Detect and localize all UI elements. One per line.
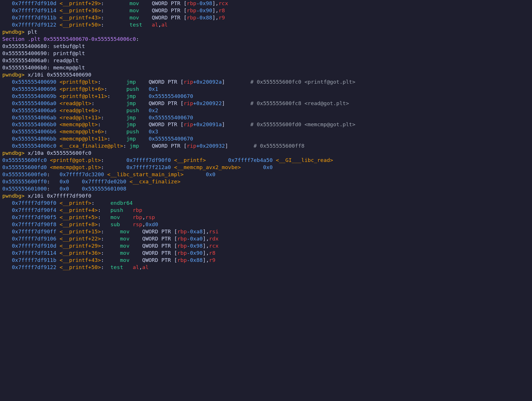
symbol: <__printf+29>: [60, 243, 101, 249]
terminal-line: pwndbg> x/10a 0x555555600fc0: [2, 150, 530, 157]
symbol: <__printf+50>: [60, 264, 101, 270]
symbol: <__GI___libc_read>: [276, 157, 333, 163]
mnemonic: test: [111, 264, 133, 270]
register: rsp: [145, 214, 155, 220]
symbol: <__printf+5>: [60, 214, 98, 220]
mnemonic: mov: [130, 0, 152, 6]
value: 0x7ffff7dc3200: [60, 171, 104, 177]
symbol: <__printf+8>: [60, 221, 98, 227]
address: 0x7ffff7df90f8: [12, 221, 56, 227]
terminal-line: 0x5555554006a6 <read@plt+6>: push 0x2: [2, 107, 530, 114]
register: r8: [218, 7, 225, 13]
register: rbp: [187, 15, 196, 21]
terminal-line: 0x555555600fd0 <memcmp@got.plt>: 0x7ffff…: [2, 164, 530, 171]
symbol: <__printf>: [174, 157, 206, 163]
address: 0x7ffff7df90f5: [12, 214, 56, 220]
symbol: <read@plt>: [60, 100, 91, 106]
offset: -0x88: [187, 257, 203, 263]
terminal-line: 0x55555540069b <printf@plt+11>: jmp 0x55…: [2, 93, 530, 100]
terminal-line: pwndbg> x/10i 0x555555400690: [2, 71, 530, 79]
offset: +0x200932: [196, 143, 225, 149]
address: 0x555555600fc0: [2, 157, 47, 163]
terminal-line: 0x555555400690 <printf@plt>: jmp QWORD P…: [2, 79, 530, 86]
address: 0x7ffff7df90f0: [12, 200, 56, 206]
address: 0x5555554006a6: [12, 107, 56, 113]
terminal-line: 0x5555554006b0 <memcmp@plt>: jmp QWORD P…: [2, 121, 530, 128]
terminal-line: 0x7ffff7df911b <__printf+43>: mov QWORD …: [2, 14, 530, 21]
prompt: pwndbg>: [2, 29, 28, 35]
mnemonic: mov: [130, 7, 152, 13]
terminal-line: 0x7ffff7df90f5 <__printf+5>: mov rbp,rsp: [2, 214, 530, 221]
symbol: <__libc_start_main_impl>: [107, 171, 184, 177]
terminal-line: 0x5555554006bb <memcmp@plt+11>: jmp 0x55…: [2, 135, 530, 143]
mnemonic: mov: [120, 257, 142, 263]
register: rcx: [209, 243, 218, 249]
terminal-line: 0x7ffff7df9114 <__printf+36>: mov QWORD …: [2, 7, 530, 14]
immediate: 0x1: [148, 86, 158, 92]
symbol: <printf@got.plt>: [50, 157, 101, 163]
mnemonic: test: [130, 22, 152, 28]
register: rbp: [177, 257, 187, 263]
mnemonic: push: [111, 207, 133, 213]
symbol: <__memcmp_avx2_movbe>: [174, 164, 241, 170]
terminal-output[interactable]: 0x7ffff7df910d <__printf+29>: mov QWORD …: [0, 0, 532, 273]
address: 0x7ffff7df9106: [12, 236, 56, 242]
offset: -0x98: [196, 0, 212, 6]
address: 0x7ffff7df90ff: [12, 228, 56, 234]
terminal-line: 0x5555554006a0 <read@plt>: jmp QWORD PTR…: [2, 100, 530, 107]
register: rsp: [133, 221, 142, 227]
address: 0x5555554006bb: [12, 136, 56, 142]
symbol: <__printf+22>: [60, 236, 101, 242]
symbol: <memcmp@got.plt>: [50, 164, 101, 170]
register: al: [133, 264, 139, 270]
terminal-line: pwndbg> plt: [2, 29, 530, 36]
address: 0x7ffff7df910d: [12, 0, 56, 6]
address: 0x7ffff7df910d: [12, 243, 56, 249]
comment: # 0x555555600fc0 <printf@got.plt>: [250, 79, 356, 85]
value: 0x7ffff7f212a0: [126, 164, 171, 170]
symbol: <__printf+43>: [60, 15, 101, 21]
register: r8: [209, 250, 215, 256]
comment: # 0x555555600ff8: [254, 143, 304, 149]
command: x/10a 0x555555600fc0: [28, 150, 91, 156]
terminal-line: 0x555555400690: printf@plt: [2, 50, 530, 57]
terminal-line: 0x5555554006a0: read@plt: [2, 57, 530, 64]
mnemonic: mov: [120, 236, 142, 242]
command: x/10i 0x7ffff7df90f0: [28, 193, 91, 199]
mnemonic: mov: [120, 243, 142, 249]
mnemonic: jmp: [126, 79, 148, 85]
symbol: <printf@plt>: [60, 79, 98, 85]
address: 0x555555400690: [12, 79, 56, 85]
value: 0x0: [60, 186, 69, 192]
terminal-line: 0x555555600fc0 <printf@got.plt>: 0x7ffff…: [2, 157, 530, 164]
immediate: 0xd0: [145, 221, 158, 227]
terminal-line: 0x7ffff7df90f0 <__printf>: endbr64: [2, 200, 530, 207]
register: r9: [209, 257, 215, 263]
address: 0x7ffff7df9122: [12, 22, 56, 28]
address: 0x5555554006c0: [12, 143, 56, 149]
terminal-line: 0x555555601000: 0x0 0x555555601008: [2, 185, 530, 193]
register: al: [161, 22, 168, 28]
address: 0x5555554006a0: [12, 100, 56, 106]
immediate: 0x3: [148, 129, 158, 135]
address: 0x555555601000: [2, 186, 47, 192]
mnemonic: jmp: [126, 100, 148, 106]
address: 0x7ffff7df9114: [12, 7, 56, 13]
mnemonic: jmp: [130, 143, 152, 149]
symbol: <read@plt+6>: [60, 107, 98, 113]
offset: -0xa0: [187, 236, 203, 242]
symbol: <memcmp@plt+6>: [60, 129, 104, 135]
symbol: <printf@plt+11>: [60, 93, 107, 99]
symbol: <memcmp@plt+11>: [60, 136, 107, 142]
prompt: pwndbg>: [2, 150, 28, 156]
value: 0x0: [206, 171, 215, 177]
mnemonic: push: [126, 86, 148, 92]
terminal-line: 0x7ffff7df90ff <__printf+15>: mov QWORD …: [2, 228, 530, 235]
value: 0x7ffff7de02b0: [82, 179, 126, 185]
offset: -0x98: [187, 243, 203, 249]
comment: # 0x555555600fc8 <read@got.plt>: [250, 100, 349, 106]
symbol: <__printf+29>: [60, 0, 101, 6]
terminal-line: 0x555555600fe0: 0x7ffff7dc3200 <__libc_s…: [2, 171, 530, 178]
value: 0x0: [263, 164, 272, 170]
register: rbp: [177, 228, 187, 234]
